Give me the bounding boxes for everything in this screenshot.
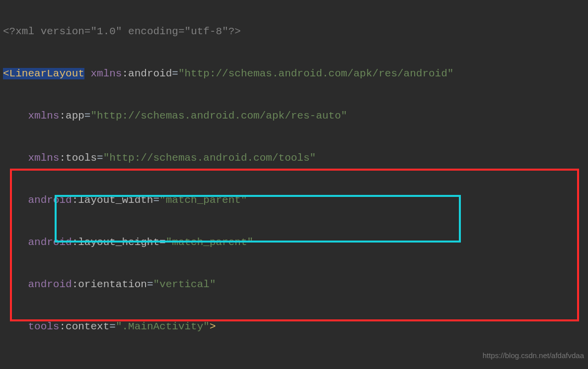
code-line: <LinearLayout xmlns:android="http://sche…: [3, 63, 585, 85]
code-line: android:layout_width="match_parent": [3, 190, 585, 211]
code-line: android:layout_height="match_parent": [3, 232, 585, 253]
watermark: https://blog.csdn.net/afdafvdaa: [483, 345, 584, 367]
code-line: xmlns:app="http://schemas.android.com/ap…: [3, 106, 585, 127]
code-line: android:orientation="vertical": [3, 274, 585, 296]
code-line: <?xml version="1.0" encoding="utf-8"?>: [3, 21, 585, 43]
code-line: tools:context=".MainActivity">: [3, 316, 585, 338]
code-line: xmlns:tools="http://schemas.android.com/…: [3, 148, 585, 169]
code-editor[interactable]: <?xml version="1.0" encoding="utf-8"?> <…: [0, 0, 588, 369]
